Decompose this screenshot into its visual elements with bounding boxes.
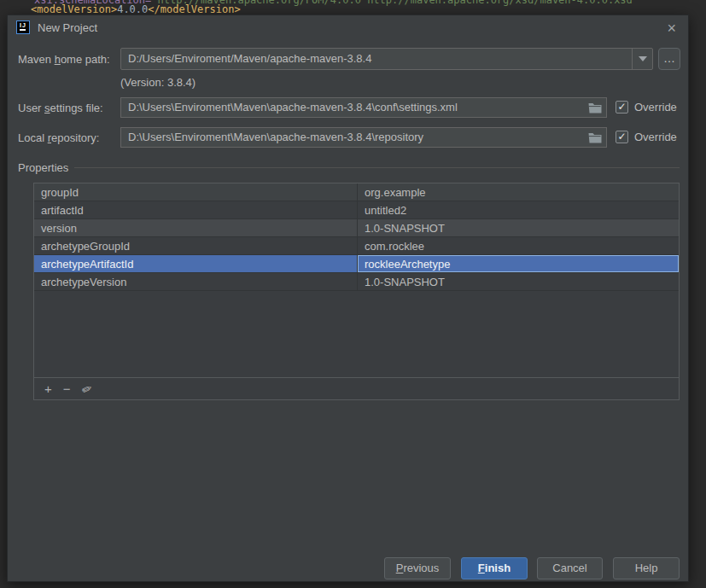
properties-separator (74, 167, 680, 168)
local-repository-override-label[interactable]: Override (634, 127, 677, 148)
local-repository-label: Local repository: (18, 131, 99, 144)
new-project-dialog: IJ New Project × Maven home path: D:/Use… (7, 15, 689, 582)
property-value-cell[interactable]: 1.0-SNAPSHOT (358, 273, 679, 290)
user-settings-label: User settings file: (18, 102, 103, 114)
user-settings-override-checkbox[interactable]: ✓ (616, 101, 628, 114)
table-row[interactable]: groupId org.example (34, 183, 679, 201)
table-row[interactable]: artifactId untitled2 (34, 201, 679, 219)
xml-open-tag: <modelVersion> (31, 3, 117, 15)
properties-toolbar: + − ✎ (34, 377, 679, 399)
close-icon[interactable]: × (667, 18, 676, 38)
folder-icon[interactable] (588, 131, 602, 143)
properties-table: groupId org.example artifactId untitled2… (33, 183, 680, 400)
maven-home-combobox[interactable]: D:/Users/Enviroment/Maven/apache-maven-3… (120, 48, 653, 70)
help-button[interactable]: Help (613, 557, 680, 579)
checkmark-icon: ✓ (617, 131, 626, 143)
property-value-cell[interactable]: com.rocklee (358, 237, 679, 254)
property-value-cell[interactable]: untitled2 (358, 201, 679, 218)
property-value-cell[interactable]: org.example (358, 183, 679, 201)
checkmark-icon: ✓ (617, 101, 626, 113)
maven-version-note: (Version: 3.8.4) (120, 76, 195, 89)
chevron-down-icon (639, 56, 647, 61)
property-value-cell[interactable]: rockleeArchetype (358, 255, 679, 272)
maven-home-value: D:/Users/Enviroment/Maven/apache-maven-3… (128, 52, 371, 65)
table-row[interactable]: archetypeGroupId com.rocklee (34, 237, 679, 255)
remove-icon[interactable]: − (63, 382, 71, 396)
user-settings-override-label[interactable]: Override (634, 97, 677, 118)
maven-home-label: Maven home path: (18, 53, 110, 66)
table-row[interactable]: version 1.0-SNAPSHOT (34, 219, 679, 237)
cancel-button[interactable]: Cancel (537, 557, 603, 579)
property-name-cell[interactable]: version (34, 219, 358, 236)
xml-close-tag: </modelVersion> (148, 3, 240, 15)
local-repository-value: D:\Users\Enviroment\Maven\apache-maven-3… (128, 131, 423, 143)
previous-button[interactable]: Previous (384, 557, 451, 579)
dialog-titlebar: IJ New Project × (8, 15, 688, 39)
maven-home-browse-button[interactable]: … (658, 48, 680, 70)
table-row[interactable]: archetypeVersion 1.0-SNAPSHOT (34, 273, 679, 291)
local-repository-input[interactable]: D:\Users\Enviroment\Maven\apache-maven-3… (120, 127, 607, 148)
intellij-logo-icon: IJ (16, 20, 30, 34)
xml-tag-value: 4.0.0 (117, 3, 148, 15)
properties-section-label: Properties (18, 161, 68, 174)
folder-icon[interactable] (588, 102, 602, 114)
table-row-selected[interactable]: archetypeArtifactId rockleeArchetype (34, 255, 679, 273)
edit-pencil-icon[interactable]: ✎ (79, 381, 95, 395)
add-icon[interactable]: + (44, 382, 52, 396)
property-name-cell[interactable]: archetypeGroupId (34, 237, 358, 254)
local-repository-override-checkbox[interactable]: ✓ (616, 131, 628, 143)
property-name-cell[interactable]: archetypeArtifactId (34, 255, 358, 272)
finish-button[interactable]: Finish (461, 557, 528, 579)
property-name-cell[interactable]: archetypeVersion (34, 273, 358, 290)
user-settings-value: D:\Users\Enviroment\Maven\apache-maven-3… (128, 101, 458, 114)
property-name-cell[interactable]: groupId (34, 183, 358, 201)
user-settings-input[interactable]: D:\Users\Enviroment\Maven\apache-maven-3… (120, 97, 607, 118)
property-name-cell[interactable]: artifactId (34, 201, 358, 218)
combobox-dropdown-button[interactable] (632, 49, 652, 69)
property-value-cell[interactable]: 1.0-SNAPSHOT (358, 219, 679, 236)
dialog-title: New Project (38, 21, 97, 34)
editor-code-line-2: <modelVersion>4.0.0</modelVersion> (31, 3, 241, 15)
